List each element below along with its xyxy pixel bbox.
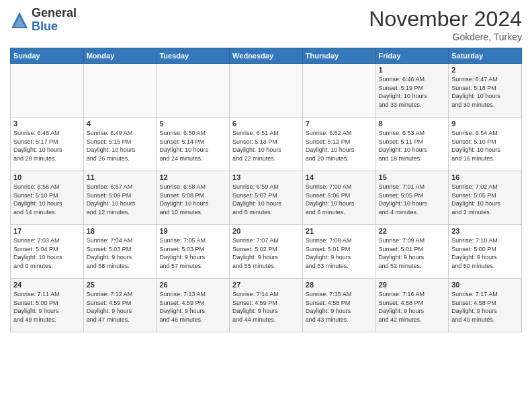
day-number: 26 [159,281,226,289]
day-number: 16 [451,173,519,181]
cell-content: Sunrise: 6:49 AM Sunset: 5:15 PM Dayligh… [87,129,154,163]
calendar-cell [302,64,375,118]
calendar-cell: 27Sunrise: 7:14 AM Sunset: 4:59 PM Dayli… [230,279,303,332]
cell-content: Sunrise: 7:08 AM Sunset: 5:01 PM Dayligh… [306,236,373,270]
day-number: 10 [13,173,81,181]
calendar-cell: 19Sunrise: 7:05 AM Sunset: 5:03 PM Dayli… [157,225,230,279]
cell-content: Sunrise: 6:53 AM Sunset: 5:11 PM Dayligh… [379,129,446,163]
page: General Blue November 2024 Gokdere, Turk… [0,0,532,411]
cell-content: Sunrise: 7:10 AM Sunset: 5:00 PM Dayligh… [451,236,519,270]
col-monday: Monday [83,48,157,64]
week-row-2: 3Sunrise: 6:48 AM Sunset: 5:17 PM Daylig… [11,118,522,171]
calendar-cell: 29Sunrise: 7:16 AM Sunset: 4:58 PM Dayli… [375,279,449,332]
cell-content: Sunrise: 7:03 AM Sunset: 5:04 PM Dayligh… [13,236,81,270]
cell-content: Sunrise: 6:50 AM Sunset: 5:14 PM Dayligh… [159,129,226,163]
calendar-cell [230,64,303,118]
cell-content: Sunrise: 6:51 AM Sunset: 5:13 PM Dayligh… [232,129,300,163]
day-number: 23 [451,227,519,235]
calendar-cell: 11Sunrise: 6:57 AM Sunset: 5:09 PM Dayli… [83,171,157,225]
calendar-cell: 25Sunrise: 7:12 AM Sunset: 4:59 PM Dayli… [83,279,157,332]
day-number: 14 [306,173,373,181]
day-number: 13 [232,173,300,181]
calendar-cell: 18Sunrise: 7:04 AM Sunset: 5:03 PM Dayli… [83,225,157,279]
cell-content: Sunrise: 6:56 AM Sunset: 5:10 PM Dayligh… [13,183,81,216]
day-number: 18 [87,227,154,235]
calendar-cell: 6Sunrise: 6:51 AM Sunset: 5:13 PM Daylig… [230,118,303,171]
calendar-cell: 3Sunrise: 6:48 AM Sunset: 5:17 PM Daylig… [11,118,84,171]
calendar-cell: 14Sunrise: 7:00 AM Sunset: 5:06 PM Dayli… [302,171,375,225]
calendar-cell: 12Sunrise: 6:58 AM Sunset: 5:08 PM Dayli… [157,171,230,225]
day-number: 29 [379,281,446,289]
cell-content: Sunrise: 7:12 AM Sunset: 4:59 PM Dayligh… [87,290,154,324]
day-number: 2 [451,66,519,74]
calendar-cell: 26Sunrise: 7:13 AM Sunset: 4:59 PM Dayli… [157,279,230,332]
day-number: 1 [379,66,446,74]
calendar-cell: 28Sunrise: 7:15 AM Sunset: 4:58 PM Dayli… [302,279,375,332]
day-number: 9 [451,120,519,128]
day-number: 25 [87,281,154,289]
location-subtitle: Gokdere, Turkey [369,32,522,42]
day-number: 24 [13,281,81,289]
calendar-cell: 5Sunrise: 6:50 AM Sunset: 5:14 PM Daylig… [157,118,230,171]
cell-content: Sunrise: 7:07 AM Sunset: 5:02 PM Dayligh… [232,236,300,270]
day-number: 19 [159,227,226,235]
day-number: 5 [159,120,226,128]
day-number: 8 [379,120,446,128]
calendar-cell: 30Sunrise: 7:17 AM Sunset: 4:58 PM Dayli… [449,279,522,332]
cell-content: Sunrise: 6:57 AM Sunset: 5:09 PM Dayligh… [87,183,154,216]
day-number: 30 [451,281,519,289]
logo-blue: Blue [32,20,77,34]
day-number: 7 [306,120,373,128]
calendar-cell: 15Sunrise: 7:01 AM Sunset: 5:05 PM Dayli… [375,171,449,225]
calendar-cell [11,64,84,118]
cell-content: Sunrise: 7:02 AM Sunset: 5:05 PM Dayligh… [451,183,519,216]
day-number: 17 [13,227,81,235]
week-row-5: 24Sunrise: 7:11 AM Sunset: 5:00 PM Dayli… [11,279,522,332]
month-title: November 2024 [369,7,522,32]
logo-text: General Blue [32,7,77,34]
cell-content: Sunrise: 6:54 AM Sunset: 5:10 PM Dayligh… [451,129,519,163]
week-row-4: 17Sunrise: 7:03 AM Sunset: 5:04 PM Dayli… [11,225,522,279]
calendar-cell: 13Sunrise: 6:59 AM Sunset: 5:07 PM Dayli… [230,171,303,225]
cell-content: Sunrise: 7:01 AM Sunset: 5:05 PM Dayligh… [379,183,446,216]
day-number: 11 [87,173,154,181]
week-row-1: 1Sunrise: 6:46 AM Sunset: 5:19 PM Daylig… [11,64,522,118]
calendar-cell: 9Sunrise: 6:54 AM Sunset: 5:10 PM Daylig… [449,118,522,171]
day-number: 20 [232,227,300,235]
calendar-cell [83,64,157,118]
calendar-table: Sunday Monday Tuesday Wednesday Thursday… [10,48,522,332]
calendar-cell: 2Sunrise: 6:47 AM Sunset: 5:18 PM Daylig… [449,64,522,118]
cell-content: Sunrise: 6:52 AM Sunset: 5:12 PM Dayligh… [306,129,373,163]
header-row: Sunday Monday Tuesday Wednesday Thursday… [11,48,522,64]
cell-content: Sunrise: 6:59 AM Sunset: 5:07 PM Dayligh… [232,183,300,216]
cell-content: Sunrise: 7:04 AM Sunset: 5:03 PM Dayligh… [87,236,154,270]
calendar-cell: 8Sunrise: 6:53 AM Sunset: 5:11 PM Daylig… [375,118,449,171]
cell-content: Sunrise: 6:46 AM Sunset: 5:19 PM Dayligh… [379,75,446,109]
col-wednesday: Wednesday [230,48,303,64]
cell-content: Sunrise: 7:09 AM Sunset: 5:01 PM Dayligh… [379,236,446,270]
cell-content: Sunrise: 6:58 AM Sunset: 5:08 PM Dayligh… [159,183,226,216]
calendar-cell: 23Sunrise: 7:10 AM Sunset: 5:00 PM Dayli… [449,225,522,279]
calendar-cell: 21Sunrise: 7:08 AM Sunset: 5:01 PM Dayli… [302,225,375,279]
day-number: 15 [379,173,446,181]
col-friday: Friday [375,48,449,64]
cell-content: Sunrise: 7:16 AM Sunset: 4:58 PM Dayligh… [379,290,446,324]
day-number: 6 [232,120,300,128]
day-number: 12 [159,173,226,181]
day-number: 4 [87,120,154,128]
calendar-cell [157,64,230,118]
col-tuesday: Tuesday [157,48,230,64]
col-saturday: Saturday [449,48,522,64]
header: General Blue November 2024 Gokdere, Turk… [10,7,522,42]
logo-icon [10,11,29,30]
calendar-header: Sunday Monday Tuesday Wednesday Thursday… [11,48,522,64]
logo: General Blue [10,7,77,34]
calendar-cell: 22Sunrise: 7:09 AM Sunset: 5:01 PM Dayli… [375,225,449,279]
cell-content: Sunrise: 7:15 AM Sunset: 4:58 PM Dayligh… [306,290,373,324]
cell-content: Sunrise: 6:47 AM Sunset: 5:18 PM Dayligh… [451,75,519,109]
calendar-cell: 10Sunrise: 6:56 AM Sunset: 5:10 PM Dayli… [11,171,84,225]
calendar-cell: 20Sunrise: 7:07 AM Sunset: 5:02 PM Dayli… [230,225,303,279]
cell-content: Sunrise: 6:48 AM Sunset: 5:17 PM Dayligh… [13,129,81,163]
calendar-cell: 1Sunrise: 6:46 AM Sunset: 5:19 PM Daylig… [375,64,449,118]
calendar-cell: 7Sunrise: 6:52 AM Sunset: 5:12 PM Daylig… [302,118,375,171]
